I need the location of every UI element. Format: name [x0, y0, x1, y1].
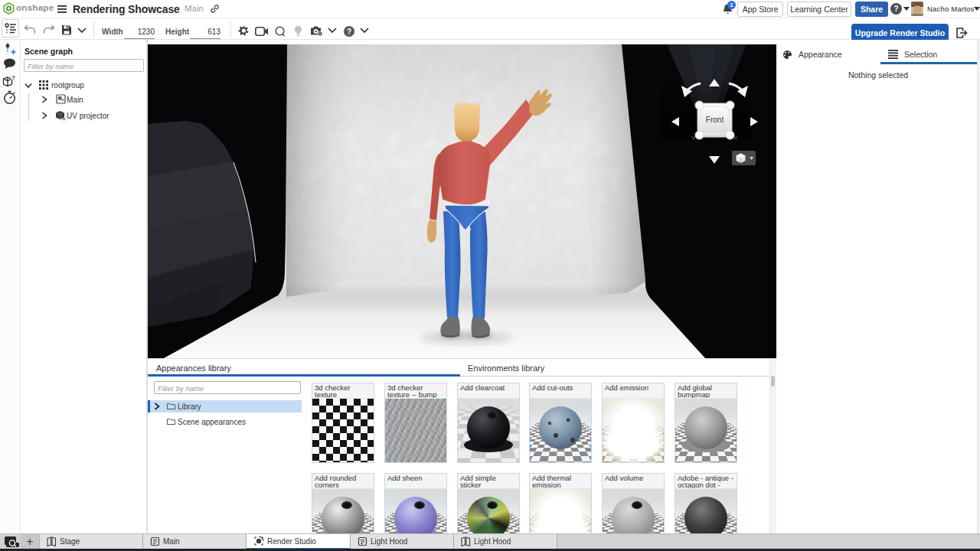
svg-text:Front: Front — [706, 116, 724, 124]
svg-text:?: ? — [11, 74, 15, 81]
